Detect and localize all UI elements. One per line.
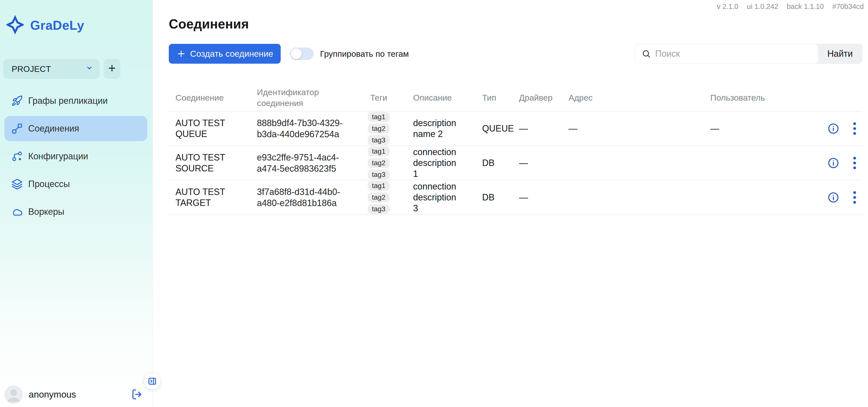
logo[interactable]: GraDeLy: [6, 15, 84, 36]
sidebar-nav: Графы репликации Соединения: [0, 88, 152, 227]
version-bar: v 2.1.0 ui 1.0.242 back 1.1.10 #70b34cd: [717, 2, 864, 11]
create-connection-button[interactable]: Создать соединение: [169, 44, 281, 64]
group-by-tags: Группировать по тегам: [290, 48, 409, 60]
table-row[interactable]: AUTO TEST TARGET 3f7a68f8-d31d-44b0-a480…: [169, 180, 862, 215]
cell-connection-id: 3f7a68f8-d31d-44b0-a480-e2f8d81b186a: [257, 186, 356, 209]
logo-text: GraDeLy: [30, 18, 84, 33]
rocket-icon: [11, 95, 23, 107]
sidebar-item-label: Конфигурации: [28, 151, 88, 162]
sidebar-item-label: Графы репликации: [28, 96, 108, 106]
user-name: anonymous: [29, 389, 76, 400]
cell-connection-name: AUTO TEST SOURCE: [169, 152, 229, 174]
search-bar: Найти: [635, 44, 862, 64]
cell-driver: —: [513, 158, 562, 168]
kebab-menu-icon: [852, 122, 857, 135]
chevron-down-icon: [85, 64, 93, 74]
group-by-tags-label: Группировать по тегам: [320, 49, 409, 59]
collapse-sidebar-icon: [148, 377, 157, 386]
ui-version: ui 1.0.242: [747, 2, 778, 11]
info-icon: [828, 157, 839, 169]
create-connection-label: Создать соединение: [190, 49, 273, 59]
cell-connection-id: e93c2ffe-9751-4ac4-a474-5ec8983623f5: [257, 152, 356, 174]
sidebar-item-replication-graphs[interactable]: Графы репликации: [4, 88, 147, 113]
logo-icon: [6, 15, 24, 35]
tag-badge: tag1: [368, 181, 390, 191]
sidebar-item-configurations[interactable]: Конфигурации: [4, 144, 147, 169]
row-menu-button[interactable]: [852, 191, 857, 204]
sidebar: GraDeLy PROJECT +: [0, 0, 153, 407]
avatar: [4, 385, 23, 404]
plus-icon: [176, 49, 186, 59]
kebab-menu-icon: [852, 156, 857, 169]
cell-tags: tag1 tag2 tag3: [364, 112, 393, 145]
row-info-button[interactable]: [828, 192, 839, 203]
table-row[interactable]: AUTO TEST SOURCE e93c2ffe-9751-4ac4-a474…: [169, 146, 862, 180]
cell-connection-name: AUTO TEST TARGET: [169, 186, 229, 208]
search-input[interactable]: [655, 49, 812, 59]
main-content: v 2.1.0 ui 1.0.242 back 1.1.10 #70b34cd …: [153, 0, 868, 407]
tag-badge: tag2: [368, 158, 390, 168]
tag-badge: tag2: [368, 193, 390, 202]
app-version: v 2.1.0: [717, 2, 738, 11]
toolbar: Создать соединение Группировать по тегам…: [169, 44, 862, 64]
search-submit-button[interactable]: Найти: [818, 44, 862, 63]
layers-icon: [11, 178, 23, 190]
configurations-icon: [11, 151, 23, 162]
cell-connection-name: AUTO TEST QUEUE: [169, 118, 229, 140]
column-header-description: Описание: [393, 92, 476, 103]
tag-badge: tag1: [368, 112, 390, 122]
project-select[interactable]: PROJECT: [3, 59, 100, 79]
kebab-menu-icon: [852, 191, 857, 204]
cell-driver: —: [513, 192, 562, 203]
cell-type: DB: [476, 192, 513, 203]
sidebar-item-workers[interactable]: Воркеры: [4, 199, 147, 225]
commit-hash: #70b34cd: [832, 2, 864, 11]
app-root: GraDeLy PROJECT +: [0, 0, 868, 407]
cell-user: —: [704, 123, 820, 134]
collapse-sidebar-button[interactable]: [144, 373, 160, 389]
cell-driver: —: [513, 123, 562, 134]
table-header-row: Соединение Идентификатор соединения Теги…: [169, 85, 862, 112]
column-header-driver: Драйвер: [513, 92, 562, 103]
cell-tags: tag1 tag2 tag3: [364, 146, 393, 180]
column-header-connection: Соединение: [169, 92, 257, 103]
group-by-tags-toggle[interactable]: [290, 48, 314, 60]
cell-description: description name 2: [393, 118, 456, 140]
row-menu-button[interactable]: [852, 122, 857, 135]
toggle-knob: [291, 48, 302, 59]
user-row: anonymous: [4, 385, 144, 404]
sidebar-item-label: Воркеры: [28, 207, 64, 217]
logout-button[interactable]: [131, 388, 144, 401]
sidebar-item-label: Соединения: [28, 123, 79, 134]
back-version: back 1.1.10: [787, 2, 824, 11]
column-header-type: Тип: [476, 92, 513, 103]
sidebar-item-processes[interactable]: Процессы: [4, 171, 147, 197]
connections-table: Соединение Идентификатор соединения Теги…: [169, 85, 862, 215]
project-select-value: PROJECT: [12, 64, 51, 74]
cloud-icon: [11, 206, 23, 217]
tag-badge: tag3: [368, 135, 390, 145]
page-title: Соединения: [169, 16, 249, 31]
add-project-button[interactable]: +: [104, 59, 120, 79]
tag-badge: tag1: [368, 146, 390, 156]
cell-type: QUEUE: [476, 123, 513, 134]
column-header-user: Пользователь: [704, 92, 820, 103]
sidebar-item-label: Процессы: [28, 179, 70, 189]
logout-icon: [131, 388, 143, 400]
sidebar-item-connections[interactable]: Соединения: [4, 116, 147, 141]
connections-icon: [11, 123, 23, 134]
cell-address: —: [562, 123, 704, 134]
column-header-tags: Теги: [364, 92, 393, 103]
info-icon: [828, 192, 839, 203]
project-selector-row: PROJECT +: [3, 59, 120, 79]
row-info-button[interactable]: [828, 123, 839, 135]
cell-connection-id: 888b9df4-7b30-4329-b3da-440de967254a: [257, 117, 356, 140]
column-header-address: Адрес: [562, 92, 704, 103]
row-menu-button[interactable]: [852, 156, 857, 169]
row-info-button[interactable]: [828, 157, 839, 169]
tag-badge: tag3: [368, 170, 390, 180]
search-field: [636, 44, 818, 63]
table-row[interactable]: AUTO TEST QUEUE 888b9df4-7b30-4329-b3da-…: [169, 112, 862, 146]
info-icon: [828, 123, 839, 135]
tag-badge: tag2: [368, 124, 390, 134]
